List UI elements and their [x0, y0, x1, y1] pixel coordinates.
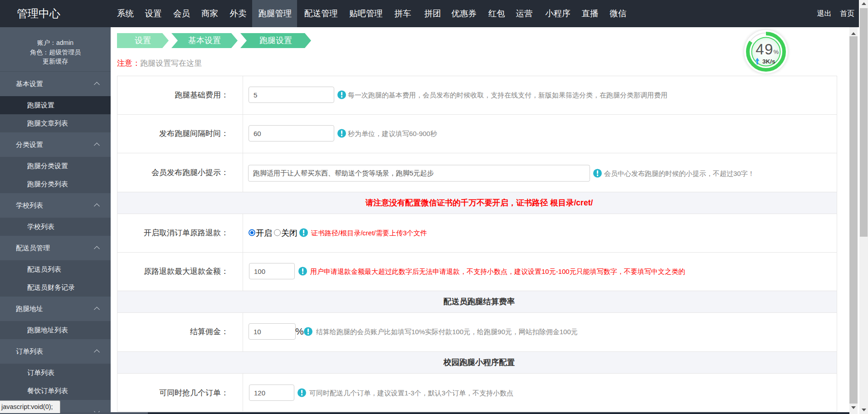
svg-text:49: 49 — [756, 41, 774, 58]
svg-text:3K/s: 3K/s — [762, 58, 775, 65]
svg-text:%: % — [774, 49, 779, 55]
